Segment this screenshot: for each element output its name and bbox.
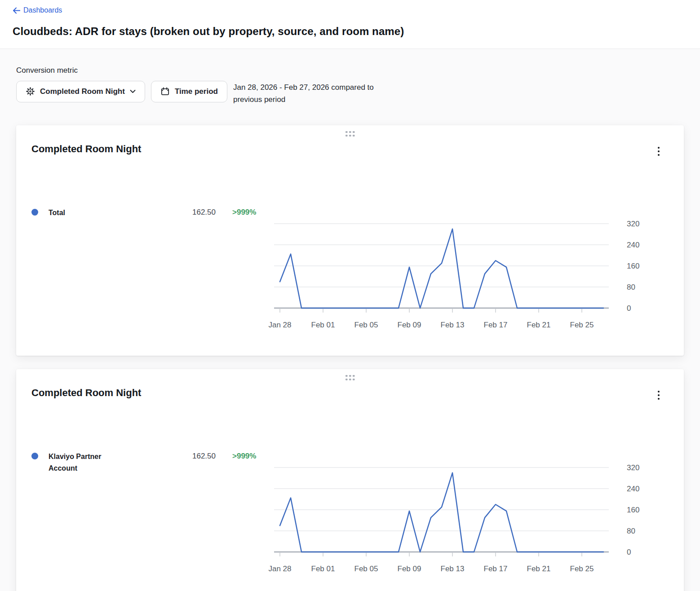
svg-text:Feb 09: Feb 09 xyxy=(398,565,421,573)
card-title: Completed Room Night xyxy=(31,143,669,155)
conversion-metric-button[interactable]: Completed Room Night xyxy=(16,81,145,102)
svg-text:Feb 21: Feb 21 xyxy=(527,565,551,573)
svg-text:240: 240 xyxy=(627,241,639,249)
page-header: Dashboards Cloudbeds: ADR for stays (bro… xyxy=(0,0,700,49)
line-chart-svg[interactable]: Jan 28Feb 01Feb 05Feb 09Feb 13Feb 17Feb … xyxy=(274,218,669,340)
time-period-button-label: Time period xyxy=(175,87,218,96)
line-chart-klaviyo-partner-account[interactable]: Jan 28Feb 01Feb 05Feb 09Feb 13Feb 17Feb … xyxy=(274,412,669,583)
time-period-button[interactable]: Time period xyxy=(151,81,227,102)
svg-text:320: 320 xyxy=(627,220,639,228)
svg-text:Jan 28: Jan 28 xyxy=(268,565,291,573)
svg-text:160: 160 xyxy=(627,506,639,514)
svg-text:320: 320 xyxy=(627,463,639,472)
svg-text:80: 80 xyxy=(627,527,635,535)
svg-text:80: 80 xyxy=(627,283,635,291)
drag-handle[interactable] xyxy=(344,373,357,383)
svg-text:160: 160 xyxy=(627,262,639,270)
svg-text:Feb 05: Feb 05 xyxy=(354,321,378,329)
legend-column: Klaviyo Partner Account 162.50 >999% xyxy=(31,412,274,583)
metric-card-klaviyo-partner-account: Completed Room Night Klaviyo Partner Acc… xyxy=(16,369,684,591)
period-text-line2: previous period xyxy=(233,95,285,104)
svg-text:0: 0 xyxy=(627,304,631,313)
legend-row-klaviyo-partner-account[interactable]: Klaviyo Partner Account 162.50 >999% xyxy=(31,451,274,474)
series-label: Klaviyo Partner Account xyxy=(49,451,120,474)
legend-column: Total 162.50 >999% xyxy=(31,168,274,340)
line-chart-svg[interactable]: Jan 28Feb 01Feb 05Feb 09Feb 13Feb 17Feb … xyxy=(274,462,669,583)
series-delta-badge: >999% xyxy=(232,207,256,218)
series-label: Total xyxy=(49,207,120,219)
series-value: 162.50 xyxy=(156,207,216,218)
gear-icon xyxy=(26,87,35,96)
back-arrow-icon xyxy=(13,7,20,14)
card-menu-kebab-icon[interactable] xyxy=(656,145,661,158)
svg-text:Feb 09: Feb 09 xyxy=(398,321,421,329)
page-title: Cloudbeds: ADR for stays (broken out by … xyxy=(13,25,687,38)
svg-text:Feb 21: Feb 21 xyxy=(527,321,551,329)
svg-text:Feb 25: Feb 25 xyxy=(570,321,594,329)
svg-text:Feb 13: Feb 13 xyxy=(441,321,465,329)
card-body: Klaviyo Partner Account 162.50 >999% Jan… xyxy=(31,412,669,583)
drag-handle[interactable] xyxy=(344,129,357,139)
svg-text:Feb 01: Feb 01 xyxy=(311,565,335,573)
legend-row-total[interactable]: Total 162.50 >999% xyxy=(31,207,274,219)
svg-text:0: 0 xyxy=(627,548,631,556)
card-title: Completed Room Night xyxy=(31,387,669,399)
svg-text:Feb 05: Feb 05 xyxy=(354,565,378,573)
card-menu-kebab-icon[interactable] xyxy=(656,389,661,401)
svg-text:Feb 13: Feb 13 xyxy=(441,565,465,573)
metric-card-total: Completed Room Night Total 162.50 >999% … xyxy=(16,125,684,356)
back-to-dashboards-link[interactable]: Dashboards xyxy=(13,6,62,14)
series-delta-badge: >999% xyxy=(232,451,256,462)
series-dot xyxy=(31,453,38,459)
card-body: Total 162.50 >999% Jan 28Feb 01Feb 05Feb… xyxy=(31,168,669,340)
conversion-metric-button-label: Completed Room Night xyxy=(40,87,125,96)
period-text-line1: Jan 28, 2026 - Feb 27, 2026 compared to xyxy=(233,83,374,92)
svg-text:Feb 17: Feb 17 xyxy=(484,565,508,573)
controls-row: Completed Room Night Time period Jan 28,… xyxy=(16,81,684,106)
svg-text:240: 240 xyxy=(627,485,639,493)
dashboard-content: Conversion metric Completed Room Night xyxy=(0,49,700,591)
svg-text:Feb 25: Feb 25 xyxy=(570,565,594,573)
chevron-down-icon xyxy=(130,89,136,93)
svg-text:Jan 28: Jan 28 xyxy=(268,321,291,329)
series-dot xyxy=(31,209,38,216)
conversion-metric-label: Conversion metric xyxy=(16,66,684,75)
svg-text:Feb 01: Feb 01 xyxy=(311,321,335,329)
selected-period-text: Jan 28, 2026 - Feb 27, 2026 compared to … xyxy=(233,81,374,106)
calendar-icon xyxy=(160,87,170,96)
series-value: 162.50 xyxy=(156,451,216,462)
line-chart-total[interactable]: Jan 28Feb 01Feb 05Feb 09Feb 13Feb 17Feb … xyxy=(274,168,669,340)
back-link-label: Dashboards xyxy=(23,6,62,14)
svg-text:Feb 17: Feb 17 xyxy=(484,321,508,329)
